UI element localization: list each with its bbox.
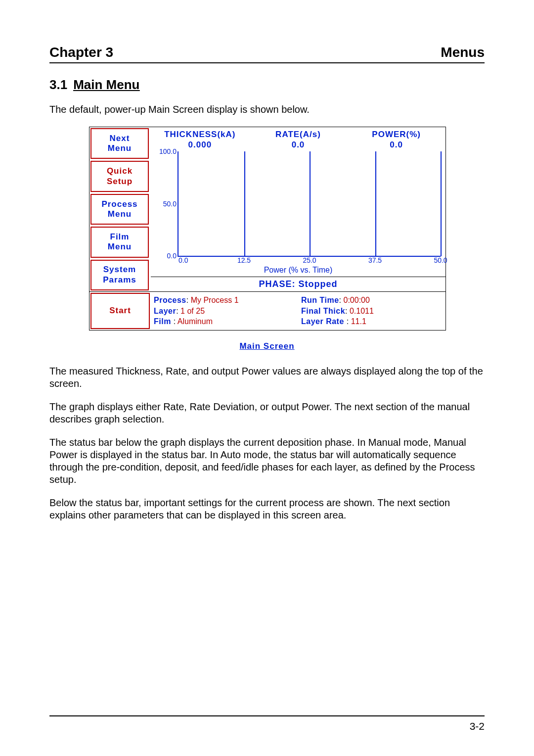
info-key: Layer <box>154 307 176 315</box>
info-line: Run Time: 0:00:00 <box>301 295 443 306</box>
chart-x-tick: 25.0 <box>303 256 316 264</box>
softkey-quick-setup[interactable]: Quick Setup <box>90 161 149 191</box>
body-paragraph: The measured Thickness, Rate, and output… <box>49 365 485 390</box>
intro-paragraph: The default, power-up Main Screen displa… <box>49 103 485 116</box>
info-sep: : <box>186 296 191 304</box>
section-title-text: Main Menu <box>73 77 139 92</box>
softkey-system-params[interactable]: System Params <box>90 260 149 290</box>
info-key: Run Time <box>301 296 339 304</box>
info-value: 0.1011 <box>350 307 374 315</box>
main-screen-figure: Next Menu Quick Setup Process Menu Film … <box>89 127 445 331</box>
reading-value: 0.0 <box>249 140 348 150</box>
info-value: 11.1 <box>351 317 366 326</box>
figure-caption: Main Screen <box>49 341 485 351</box>
info-key: Layer Rate <box>301 317 347 326</box>
softkey-label: Process <box>91 199 148 209</box>
reading-power: POWER(%) 0.0 <box>347 127 445 151</box>
chart-gridline <box>244 151 245 256</box>
info-value: My Process 1 <box>191 296 239 304</box>
info-sep: : <box>339 296 344 304</box>
softkey-label: Next <box>91 134 148 143</box>
softkey-label: Menu <box>91 242 148 252</box>
readings-row: THICKNESS(kA) 0.000 RATE(A/s) 0.0 POWER(… <box>151 127 445 151</box>
info-line: Process: My Process 1 <box>154 295 295 306</box>
softkey-label: System <box>91 265 148 275</box>
softkey-film-menu[interactable]: Film Menu <box>90 227 149 257</box>
section-number: 3.1 <box>49 77 67 93</box>
info-line: Layer Rate : 11.1 <box>301 316 443 327</box>
info-sep: : <box>347 317 351 326</box>
section-heading: 3.1Main Menu <box>49 77 485 93</box>
info-line: Final Thick: 0.1011 <box>301 306 443 317</box>
softkey-label: Setup <box>91 177 148 187</box>
chart-y-tick: 50.0 <box>163 200 177 208</box>
softkey-label: Start <box>91 306 149 316</box>
info-sep: : <box>174 317 178 326</box>
reading-value: 0.0 <box>347 140 445 150</box>
chart-gridline <box>441 151 442 256</box>
softkey-label: Menu <box>91 209 148 219</box>
reading-label: RATE(A/s) <box>249 129 348 140</box>
reading-rate: RATE(A/s) 0.0 <box>249 127 348 151</box>
softkey-label: Quick <box>91 166 148 176</box>
info-key: Final Thick <box>301 307 345 315</box>
chart-y-tick: 100.0 <box>159 147 177 155</box>
info-key: Process <box>154 296 186 304</box>
info-left: Process: My Process 1 Layer: 1 of 25 Fil… <box>151 292 298 330</box>
info-value: 0:00:00 <box>344 296 370 304</box>
chart-x-tick: 50.0 <box>434 256 447 264</box>
main-screen: Next Menu Quick Setup Process Menu Film … <box>89 127 446 331</box>
softkey-start[interactable]: Start <box>90 293 150 329</box>
info-line: Layer: 1 of 25 <box>154 306 295 317</box>
page: Chapter 3 Menus 3.1Main Menu The default… <box>0 0 534 756</box>
softkey-next-menu[interactable]: Next Menu <box>90 128 149 159</box>
softkey-column: Next Menu Quick Setup Process Menu Film … <box>89 127 151 291</box>
chart-x-tick: 0.0 <box>178 256 188 264</box>
chart-gridline <box>375 151 376 256</box>
info-value: Aluminum <box>178 317 213 326</box>
footer-rule <box>49 715 485 716</box>
chart-axis-title: Power (% vs. Time) <box>151 266 445 275</box>
info-sep: : <box>176 307 180 315</box>
page-number: 3-2 <box>470 720 485 732</box>
info-line: Film : Aluminum <box>154 316 295 327</box>
info-row: Start Process: My Process 1 Layer: 1 of … <box>89 291 445 330</box>
softkey-label: Film <box>91 232 148 242</box>
info-key: Film <box>154 317 174 326</box>
body-paragraph: The status bar below the graph displays … <box>49 436 485 486</box>
reading-label: THICKNESS(kA) <box>151 129 249 140</box>
chapter-right: Menus <box>441 45 485 60</box>
softkey-label: Menu <box>91 143 148 153</box>
phase-status-bar: PHASE: Stopped <box>151 277 445 291</box>
info-value: 1 of 25 <box>180 307 205 315</box>
body-paragraph: Below the status bar, important settings… <box>49 497 485 521</box>
info-sep: : <box>345 307 350 315</box>
softkey-process-menu[interactable]: Process Menu <box>90 194 149 225</box>
chapter-bar: Chapter 3 Menus <box>49 45 485 63</box>
info-right: Run Time: 0:00:00 Final Thick: 0.1011 La… <box>298 292 445 330</box>
main-display: THICKNESS(kA) 0.000 RATE(A/s) 0.0 POWER(… <box>151 127 445 291</box>
chart-x-tick: 37.5 <box>368 256 382 264</box>
chart-x-tick: 12.5 <box>237 256 251 264</box>
chapter-title: Chapter 3 <box>49 45 113 60</box>
chart-gridline <box>310 151 311 256</box>
reading-label: POWER(%) <box>347 129 445 140</box>
softkey-label: Params <box>91 275 148 285</box>
chart-y-tick: 0.0 <box>167 252 177 260</box>
chart-plot-area: 100.0 50.0 0.0 0.0 12.5 25.0 37.5 50.0 <box>178 151 441 257</box>
body-paragraph: The graph displays either Rate, Rate Dev… <box>49 401 485 425</box>
